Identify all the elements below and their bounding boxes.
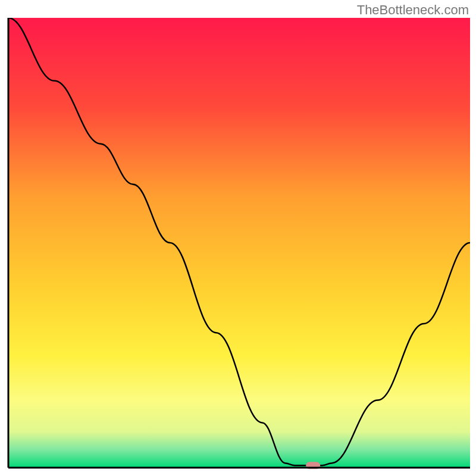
chart-svg: [6, 18, 470, 470]
chart-background: [8, 18, 470, 468]
watermark-text: TheBottleneck.com: [357, 2, 469, 18]
bottleneck-chart: [6, 18, 470, 470]
